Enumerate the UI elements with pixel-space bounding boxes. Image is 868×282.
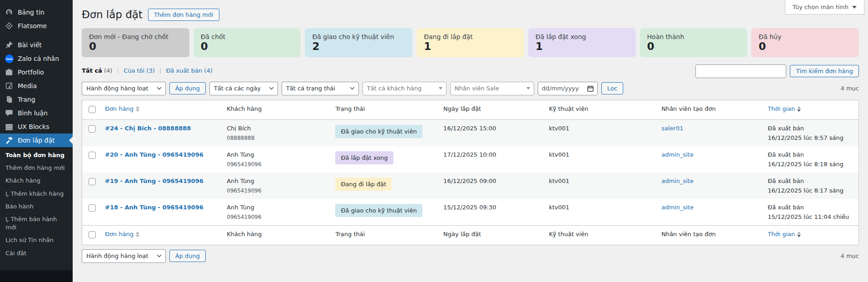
creator-link[interactable]: admin_site	[661, 151, 694, 158]
date-filter-input[interactable]: dd/mm/yyyy	[538, 82, 598, 95]
flatsome-icon	[5, 21, 14, 30]
bulk-action-select-bottom[interactable]: Hành động hàng loạt	[82, 249, 166, 263]
apply-button[interactable]: Áp dụng	[169, 82, 206, 94]
technician: ktv001	[544, 146, 657, 173]
sidebar-item-don-lap-dat[interactable]: Đơn lắp đặt	[0, 134, 73, 147]
status-badge: Đã lắp đặt xong	[335, 151, 393, 164]
column-header-order[interactable]: Đơn hàng	[105, 231, 139, 237]
sidebar-item-dashboard[interactable]: Bảng tin	[0, 5, 73, 19]
sale-staff-placeholder: Nhân viên Sale	[455, 85, 499, 92]
row-checkbox[interactable]	[89, 178, 96, 185]
all-dates-value: Tất cả các ngày	[214, 85, 261, 92]
status-badge: Đang đi lắp đặt	[335, 178, 392, 191]
status-card-count: 2	[312, 41, 405, 52]
status-card-label: Hoàn thành	[647, 33, 740, 40]
status-card-completed[interactable]: Hoàn thành 0	[640, 28, 748, 57]
sidebar-item-comments[interactable]: Bình luận	[0, 106, 73, 120]
bottom-filter-bar: Hành động hàng loạt Áp dụng 4 mục	[82, 249, 859, 263]
sidebar-item-portfolio[interactable]: Portfolio	[0, 65, 73, 79]
status-card-assigned[interactable]: Đã giao cho kỹ thuật viên 2	[305, 28, 412, 57]
status-card-new[interactable]: Đơn mới - Đang chờ chốt 0	[82, 28, 189, 57]
status-card-count: 0	[647, 41, 740, 52]
order-link[interactable]: #18 - Anh Tùng - 0965419096	[105, 204, 203, 211]
dropdown-arrow-icon	[439, 87, 442, 89]
customer-filter-select[interactable]: Tất cả khách hàng	[362, 82, 446, 95]
dropdown-arrow-icon	[526, 87, 530, 89]
sidebar-item-zalo[interactable]: Zalo Zalo cá nhân	[0, 52, 73, 65]
select-all-checkbox[interactable]	[89, 231, 96, 238]
submenu-item-add-customer[interactable]: Ļ Thêm khách hàng	[0, 188, 73, 200]
order-link[interactable]: #24 - Chị Bích - 08888888	[105, 125, 191, 132]
views-and-search-row: Tất cả (4) | Của tôi (3) | Đã xuất bản (…	[82, 64, 859, 79]
status-card-installing[interactable]: Đang đi lắp đặt 1	[417, 28, 524, 57]
row-checkbox[interactable]	[89, 152, 96, 159]
apply-button-bottom[interactable]: Áp dụng	[169, 250, 206, 262]
technician: ktv001	[544, 119, 657, 146]
status-badge: Đã giao cho kỹ thuật viên	[335, 125, 422, 138]
sidebar-item-flatsome[interactable]: Flatsome	[0, 19, 73, 33]
all-dates-select[interactable]: Tất cả các ngày	[209, 82, 278, 95]
view-link-mine[interactable]: Của tôi (3)	[124, 67, 155, 74]
submenu-item-warranty[interactable]: Bảo hành	[0, 200, 73, 213]
sidebar-item-posts[interactable]: Bài viết	[0, 38, 73, 52]
customer-name: Anh Tùng	[227, 204, 326, 211]
order-search-input[interactable]	[695, 64, 786, 78]
page-title: Đơn lắp đặt	[82, 8, 143, 22]
status-card-cancelled[interactable]: Đã hủy 0	[751, 28, 859, 57]
view-link-all[interactable]: Tất cả	[82, 67, 102, 74]
search-orders-button[interactable]: Tìm kiếm đơn hàng	[790, 65, 859, 77]
status-card-installed[interactable]: Đã lắp đặt xong 1	[528, 28, 636, 57]
sale-staff-filter-select[interactable]: Nhân viên Sale	[450, 82, 534, 95]
order-link[interactable]: #20 - Anh Tùng - 0965419096	[105, 151, 203, 158]
column-header-time[interactable]: Thời gian	[768, 231, 801, 237]
title-row: Đơn lắp đặt Thêm đơn hàng mới	[82, 8, 859, 22]
submenu-item-all-orders[interactable]: Toàn bộ đơn hàng	[0, 149, 73, 162]
order-link[interactable]: #19 - Anh Tùng - 0965419096	[105, 178, 203, 184]
table-row: #24 - Chị Bích - 08888888 Chị Bích088888…	[82, 119, 859, 146]
screen-options-button[interactable]: Tùy chọn màn hình	[785, 0, 864, 15]
status-badge: Đã giao cho kỹ thuật viên	[335, 204, 422, 217]
sidebar-item-ux-blocks[interactable]: UX Blocks	[0, 120, 73, 134]
column-header-order[interactable]: Đơn hàng	[105, 105, 139, 112]
status-card-label: Đã chốt	[201, 33, 294, 40]
table-row: #20 - Anh Tùng - 0965419096 Anh Tùng0965…	[82, 146, 859, 173]
published-label: Đã xuất bản	[768, 204, 854, 211]
submenu-item-add-order[interactable]: Thêm đơn hàng mới	[0, 162, 73, 174]
install-date: 15/12/2025 09:30	[439, 199, 544, 226]
pages-icon	[5, 95, 14, 104]
creator-link[interactable]: admin_site	[661, 178, 694, 184]
status-card-label: Đã hủy	[759, 33, 852, 40]
table-row: #18 - Anh Tùng - 0965419096 Anh Tùng0965…	[82, 199, 859, 226]
submenu-item-add-warranty[interactable]: Ļ Thêm bảo hành mới	[0, 213, 73, 234]
row-checkbox[interactable]	[89, 204, 96, 212]
view-link-published[interactable]: Đã xuất bản (4)	[166, 67, 212, 74]
column-header-time[interactable]: Thời gian	[768, 105, 801, 112]
submenu-item-customers[interactable]: Khách hàng	[0, 174, 73, 187]
item-count: 4 mục	[841, 85, 859, 92]
status-card-label: Đã giao cho kỹ thuật viên	[312, 33, 405, 40]
published-time: 16/12/2025 lúc 8:17 sáng	[768, 187, 854, 194]
customer-phone: 08888888	[227, 135, 326, 141]
column-header-install-date: Ngày lắp đặt	[439, 100, 544, 119]
sidebar-item-media[interactable]: Media	[0, 79, 73, 93]
customer-phone: 0965419096	[227, 161, 326, 168]
briefcase-icon	[5, 68, 14, 77]
column-header-customer: Khách hàng	[222, 225, 331, 245]
creator-link[interactable]: admin_site	[661, 204, 694, 211]
submenu-item-settings[interactable]: Cài đặt	[0, 247, 73, 260]
submenu-item-message-history[interactable]: Lịch sử Tin nhắn	[0, 234, 73, 247]
select-all-checkbox[interactable]	[89, 106, 96, 113]
bulk-action-select[interactable]: Hành động hàng loạt	[82, 82, 166, 95]
status-filter-select[interactable]: Tất cả trạng thái	[282, 82, 359, 95]
creator-link[interactable]: saler01	[661, 125, 683, 132]
status-card-count: 1	[424, 41, 517, 52]
sort-icon	[136, 232, 139, 237]
sidebar-item-pages[interactable]: Trang	[0, 93, 73, 106]
status-card-confirmed[interactable]: Đã chốt 0	[193, 28, 301, 57]
filter-button[interactable]: Lọc	[601, 82, 623, 94]
published-label: Đã xuất bản	[768, 178, 854, 184]
view-filter-links: Tất cả (4) | Của tôi (3) | Đã xuất bản (…	[82, 64, 213, 74]
row-checkbox[interactable]	[89, 125, 96, 133]
add-new-order-button[interactable]: Thêm đơn hàng mới	[148, 9, 219, 21]
install-date: 16/12/2025 15:00	[439, 119, 544, 146]
